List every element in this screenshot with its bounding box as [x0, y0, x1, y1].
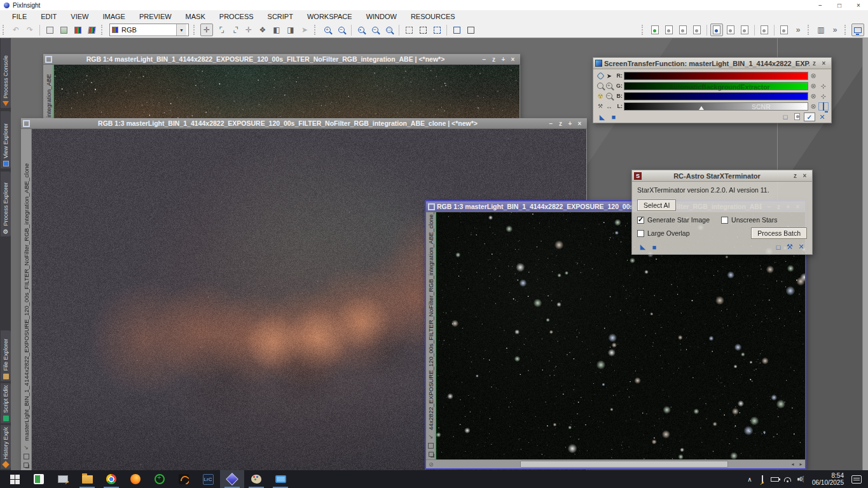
start-button[interactable] — [3, 470, 27, 488]
dialog-shade-button[interactable]: z — [809, 60, 819, 67]
toolbar-overflow-button[interactable]: » — [792, 24, 804, 36]
view-selector-combo[interactable]: RGB ▼ — [109, 24, 189, 36]
taskbar-pixinsight[interactable] — [220, 470, 244, 488]
process-history-button[interactable] — [758, 24, 771, 36]
window-minimize-button[interactable]: − — [479, 55, 489, 64]
zoom-in-icon[interactable]: + — [606, 83, 612, 89]
scroll-left-button[interactable]: ◂ — [789, 460, 797, 468]
browse-documentation-icon[interactable] — [791, 113, 803, 121]
image-window-3-side-tab[interactable]: 44x2822_EXPOSURE_120_00s_FILTER_NoFilter… — [426, 212, 436, 459]
process-edit-instance-button[interactable] — [663, 24, 675, 36]
tray-device-icon[interactable] — [756, 476, 769, 483]
menu-script[interactable]: SCRIPT — [261, 11, 300, 22]
image-window-2-titlebar[interactable]: RGB 1:3 masterLight_BIN_1_4144x2822_EXPO… — [21, 118, 587, 129]
dock-tab-process-explorer[interactable]: Process Explorer ⚙ — [1, 172, 11, 236]
zoom-in-button[interactable]: + — [321, 24, 334, 36]
taskbar-paint-palette-app[interactable] — [244, 470, 268, 488]
tray-chevron-up-icon[interactable]: ∧ — [743, 476, 756, 483]
taskbar-orange-curve-app[interactable] — [172, 470, 196, 488]
stf-lum-gradient[interactable]: SCNR — [624, 102, 808, 111]
dock-tab-process-console[interactable]: Process Console — [1, 38, 11, 108]
image-window-1-side-tab[interactable]: integration_ABE — [43, 65, 54, 118]
stf-green-reset-button[interactable]: ⊗ — [808, 82, 818, 90]
dropdown-arrow-icon[interactable]: ▼ — [176, 24, 186, 36]
scrollbar-thumb[interactable] — [520, 461, 728, 468]
scrollbar-track[interactable] — [436, 460, 789, 468]
zoom-readout-icon[interactable] — [597, 83, 603, 89]
toolbar-overflow-button-2[interactable]: » — [829, 24, 841, 36]
expand-mode-tool[interactable]: ⌜⌟ — [214, 24, 227, 36]
track-view-icon[interactable]: □ — [780, 113, 791, 121]
workspace[interactable]: RGB 1:4 masterLight_BIN_1_4144x2822_EXPO… — [0, 38, 868, 470]
taskbar-green-reticle-app[interactable] — [148, 470, 172, 488]
stf-blue-row[interactable]: B: ⊗ ⊹ — [614, 91, 829, 101]
scroll-right-button[interactable]: ▸ — [797, 460, 805, 468]
window-close-button[interactable]: × — [575, 119, 584, 128]
menu-process[interactable]: PROCESS — [212, 11, 261, 22]
edit-stf-wrench-icon[interactable]: ⚒ — [598, 103, 603, 109]
stf-lum-row[interactable]: L: SCNR ⊗ — [614, 101, 829, 111]
window-menu-icon[interactable] — [428, 203, 435, 210]
sxt-titlebar[interactable]: S RC-Astro StarXTerminator z × — [632, 170, 812, 182]
zoom-out-button[interactable]: − — [335, 24, 348, 36]
virtual-desktop-button[interactable] — [851, 24, 864, 36]
window-menu-icon[interactable] — [23, 120, 30, 127]
frame-mode-icon[interactable] — [24, 454, 29, 459]
menu-resources[interactable]: RESOURCES — [404, 11, 462, 22]
dock-tab-file-explorer[interactable]: File Explorer — [1, 330, 11, 381]
edit-cursor-icon[interactable]: ➤ — [607, 72, 612, 79]
selection-arrow-icon[interactable]: ↘ — [429, 433, 434, 440]
side-panel-button[interactable]: ▥ — [815, 24, 827, 36]
window-menu-icon[interactable] — [45, 56, 52, 63]
toolbar-grip[interactable] — [101, 25, 105, 35]
select-ai-button[interactable]: Select AI — [637, 200, 676, 211]
image-window-2-side-tab[interactable]: masterLight_BIN_1_4144x2822_EXPOSURE_120… — [21, 129, 32, 470]
toolbar-grip[interactable] — [193, 25, 197, 35]
process-new-instance-button[interactable] — [649, 24, 661, 36]
right-dock-strip[interactable] — [862, 38, 868, 470]
select-tool[interactable]: ➤ — [298, 24, 311, 36]
menu-edit[interactable]: EDIT — [34, 11, 64, 22]
taskbar-file-explorer[interactable] — [75, 470, 99, 488]
starxterminator-dialog[interactable]: S RC-Astro StarXTerminator z × StarXTerm… — [631, 170, 813, 255]
copy-mode-icon[interactable] — [429, 452, 434, 457]
window-maximize-button[interactable]: + — [499, 55, 508, 64]
zoom-window-button[interactable] — [464, 24, 477, 36]
track-view-icon[interactable]: □ — [773, 243, 784, 251]
taskbar-notes-app[interactable] — [27, 470, 51, 488]
stf-display-icon[interactable] — [818, 102, 829, 111]
new-instance-triangle-icon[interactable]: ◣ — [637, 243, 649, 251]
reset-dialog-icon[interactable]: ✕ — [796, 243, 807, 251]
stf-red-gradient[interactable] — [624, 72, 808, 80]
stf-red-row[interactable]: R: ⊗ — [614, 71, 829, 81]
app-maximize-button[interactable]: □ — [830, 2, 849, 9]
unscreen-stars-checkbox[interactable] — [721, 217, 728, 224]
undo-button[interactable]: ↶ — [10, 24, 22, 36]
dock-tab-history-explorer[interactable]: History Explorer — [1, 425, 11, 469]
center-mode-tool[interactable]: ❖ — [256, 24, 269, 36]
copy-mode-icon[interactable] — [24, 463, 29, 468]
pan-mode-tool[interactable]: ✛ — [242, 24, 255, 36]
frame-mode-icon[interactable] — [428, 443, 434, 449]
window-shade-button[interactable]: z — [556, 119, 565, 128]
delete-preview-button[interactable] — [431, 24, 443, 36]
image-view-integration-abe[interactable] — [54, 65, 520, 118]
stf-titlebar[interactable]: ScreenTransferFunction: masterLight_BIN_… — [593, 58, 831, 69]
new-instance-triangle-icon[interactable]: ◣ — [596, 113, 608, 121]
tray-volume-icon[interactable]: 🕬 — [794, 475, 807, 483]
redo-button[interactable]: ↷ — [24, 24, 36, 36]
stf-midtone-marker[interactable] — [699, 106, 704, 110]
menu-image[interactable]: IMAGE — [95, 11, 132, 22]
contract-mode-tool[interactable]: ⌞⌝ — [228, 24, 241, 36]
new-mask-tool[interactable]: ◧ — [270, 24, 283, 36]
dialog-shade-button[interactable]: z — [790, 172, 800, 179]
generate-star-image-checkbox[interactable] — [637, 217, 644, 224]
zoom-out-icon[interactable]: − — [606, 93, 612, 99]
rgb-channels-button[interactable] — [71, 24, 84, 36]
dock-tab-view-explorer[interactable]: View Explorer — [1, 111, 11, 168]
stf-lum-reset-button[interactable]: ⊗ — [808, 102, 818, 111]
process-down-button[interactable] — [724, 24, 737, 36]
window-close-button[interactable]: × — [508, 55, 518, 64]
toolbar-grip[interactable] — [642, 25, 645, 35]
menu-file[interactable]: FILE — [5, 11, 34, 22]
